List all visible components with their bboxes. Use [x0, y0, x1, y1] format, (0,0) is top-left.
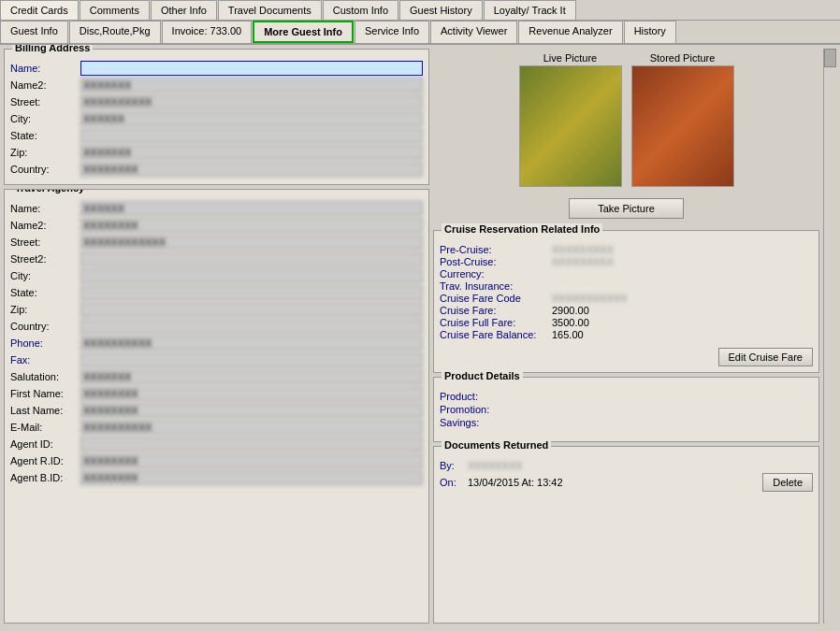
- agency-name2-label: Name2:: [10, 220, 80, 231]
- billing-city-label: City:: [10, 113, 80, 124]
- billing-name-input[interactable]: [80, 61, 423, 76]
- tab-history[interactable]: History: [624, 21, 676, 43]
- bottom-tab-bar: Guest Info Disc,Route,Pkg Invoice: 733.0…: [0, 21, 840, 45]
- doc-by-row: By: XXXXXXXX: [440, 460, 813, 471]
- cruise-fare-value: 2900.00: [552, 305, 589, 316]
- tab-revenue-analyzer[interactable]: Revenue Analyzer: [518, 21, 622, 43]
- agency-email-input[interactable]: [80, 420, 423, 435]
- billing-country-label: Country:: [10, 164, 80, 175]
- cruise-farecode-label: Cruise Fare Code: [440, 293, 552, 304]
- agency-street2-input[interactable]: [80, 251, 423, 266]
- cruise-balance-value: 165.00: [552, 329, 584, 340]
- agency-salutation-input[interactable]: [80, 369, 423, 384]
- doc-on-row: On: 13/04/2015 At: 13:42 Delete: [440, 473, 813, 492]
- billing-state-input[interactable]: [80, 128, 423, 143]
- product-title: Product Details: [442, 370, 523, 381]
- agency-agentrid-input[interactable]: [80, 453, 423, 468]
- cruise-balance-row: Cruise Fare Balance: 165.00: [440, 329, 813, 340]
- cruise-pre-label: Pre-Cruise:: [440, 244, 552, 255]
- agency-street2-label: Street2:: [10, 253, 80, 265]
- billing-country-input[interactable]: [80, 162, 423, 177]
- agency-street-input[interactable]: [80, 235, 423, 250]
- agency-fax-input[interactable]: [80, 352, 423, 367]
- tab-travel-documents[interactable]: Travel Documents: [218, 0, 322, 20]
- billing-name2-row: Name2:: [10, 78, 423, 93]
- billing-country-row: Country:: [10, 162, 423, 177]
- agency-country-input[interactable]: [80, 319, 423, 334]
- agency-firstname-input[interactable]: [80, 386, 423, 401]
- billing-zip-row: Zip:: [10, 145, 423, 160]
- tab-guest-info[interactable]: Guest Info: [0, 21, 68, 43]
- cruise-insurance-label: Trav. Insurance:: [440, 280, 552, 292]
- travel-agency-group: Travel Agency Name: Name2: Street: Stree…: [4, 189, 429, 624]
- stored-picture-box: Stored Picture: [631, 52, 734, 187]
- stored-picture-label: Stored Picture: [650, 52, 716, 64]
- agency-agentid-input[interactable]: [80, 437, 423, 452]
- billing-zip-input[interactable]: [80, 145, 423, 160]
- agency-fax-label: Fax:: [10, 354, 80, 366]
- take-picture-button[interactable]: Take Picture: [569, 198, 684, 219]
- agency-state-label: State:: [10, 287, 80, 298]
- agency-city-row: City:: [10, 268, 423, 283]
- delete-button[interactable]: Delete: [762, 473, 813, 492]
- stored-picture-frame: [631, 65, 734, 187]
- agency-zip-input[interactable]: [80, 302, 423, 317]
- tab-activity-viewer[interactable]: Activity Viewer: [430, 21, 517, 43]
- cruise-info-group: Cruise Reservation Related Info Pre-Crui…: [433, 230, 819, 373]
- agency-lastname-label: Last Name:: [10, 405, 80, 416]
- tab-more-guest-info[interactable]: More Guest Info: [253, 21, 354, 43]
- take-picture-container: Take Picture: [433, 194, 819, 222]
- cruise-insurance-row: Trav. Insurance:: [440, 280, 813, 292]
- cruise-post-value: XXXXXXXXX: [552, 256, 614, 267]
- tab-comments[interactable]: Comments: [80, 0, 150, 20]
- right-panel: Live Picture Stored Picture Take Picture…: [433, 49, 819, 624]
- billing-name-label: Name:: [10, 63, 80, 74]
- top-tab-bar: Credit Cards Comments Other Info Travel …: [0, 0, 840, 21]
- billing-name2-input[interactable]: [80, 78, 423, 93]
- doc-on-label: On:: [440, 477, 468, 488]
- agency-agentid-row: Agent ID:: [10, 437, 423, 452]
- live-picture-label: Live Picture: [543, 52, 597, 64]
- cruise-info-title: Cruise Reservation Related Info: [442, 223, 602, 235]
- edit-cruise-button[interactable]: Edit Cruise Fare: [718, 348, 813, 366]
- product-promotion-row: Promotion:: [440, 404, 813, 415]
- agency-phone-input[interactable]: [80, 336, 423, 351]
- agency-city-input[interactable]: [80, 268, 423, 283]
- tab-custom-info[interactable]: Custom Info: [323, 0, 398, 20]
- billing-city-input[interactable]: [80, 111, 423, 126]
- product-product-row: Product:: [440, 391, 813, 402]
- tab-other-info[interactable]: Other Info: [151, 0, 217, 20]
- product-product-label: Product:: [440, 391, 514, 402]
- scrollbar-thumb[interactable]: [824, 49, 836, 67]
- agency-agentrid-label: Agent R.ID:: [10, 455, 80, 466]
- cruise-balance-label: Cruise Fare Balance:: [440, 329, 552, 340]
- live-picture-frame: [519, 65, 622, 187]
- agency-street-label: Street:: [10, 237, 80, 248]
- tab-disc-route[interactable]: Disc,Route,Pkg: [69, 21, 161, 43]
- agency-lastname-row: Last Name:: [10, 403, 423, 418]
- agency-name-input[interactable]: [80, 201, 423, 216]
- tab-loyalty[interactable]: Loyalty/ Track It: [484, 0, 576, 20]
- tab-invoice[interactable]: Invoice: 733.00: [162, 21, 253, 43]
- cruise-post-row: Post-Cruise: XXXXXXXXX: [440, 256, 813, 267]
- documents-returned-group: Documents Returned By: XXXXXXXX On: 13/0…: [433, 446, 819, 624]
- left-panel: Billing Address Name: Name2: Street: Cit…: [4, 49, 429, 624]
- agency-salutation-label: Salutation:: [10, 371, 80, 382]
- cruise-currency-row: Currency:: [440, 268, 813, 280]
- tab-service-info[interactable]: Service Info: [355, 21, 429, 43]
- scrollbar[interactable]: [823, 49, 836, 624]
- cruise-fare-label: Cruise Fare:: [440, 305, 552, 316]
- agency-state-input[interactable]: [80, 285, 423, 300]
- agency-name2-input[interactable]: [80, 218, 423, 233]
- agency-name2-row: Name2:: [10, 218, 423, 233]
- agency-agentbid-input[interactable]: [80, 470, 423, 485]
- billing-street-input[interactable]: [80, 94, 423, 109]
- tab-credit-cards[interactable]: Credit Cards: [0, 0, 79, 20]
- agency-lastname-input[interactable]: [80, 403, 423, 418]
- agency-street2-row: Street2:: [10, 251, 423, 266]
- billing-name-row: Name:: [10, 61, 423, 76]
- cruise-post-label: Post-Cruise:: [440, 256, 552, 267]
- agency-city-label: City:: [10, 270, 80, 281]
- tab-guest-history[interactable]: Guest History: [399, 0, 483, 20]
- agency-email-label: E-Mail:: [10, 422, 80, 433]
